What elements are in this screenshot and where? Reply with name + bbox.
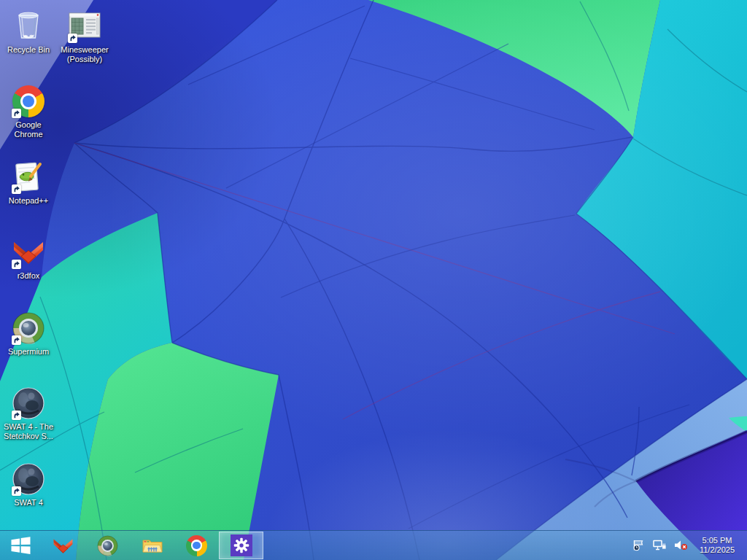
- file-explorer-icon: [141, 535, 164, 556]
- desktop-icon-label: SWAT 4: [14, 498, 43, 508]
- action-center-flag-icon[interactable]: [631, 539, 646, 552]
- desktop-icon-notepad-plus-plus[interactable]: Notepad++: [1, 160, 56, 206]
- taskbar-clock[interactable]: 5:05 PM 11/2/2025: [694, 536, 740, 555]
- swat4-icon: [11, 386, 46, 421]
- supermium-icon: [11, 311, 46, 346]
- clock-date: 11/2/2025: [694, 545, 740, 555]
- system-tray: 5:05 PM 11/2/2025: [631, 531, 747, 560]
- shortcut-arrow-icon: [12, 486, 21, 496]
- desktop-icon-swat4[interactable]: SWAT 4: [1, 462, 56, 508]
- desktop-icon-label: Notepad++: [9, 196, 48, 206]
- desktop-icon-google-chrome[interactable]: Google Chrome: [1, 84, 56, 139]
- windows-logo-icon: [11, 536, 31, 555]
- desktop-icon-swat4-stetchkov[interactable]: SWAT 4 - The Stetchkov S...: [1, 386, 56, 441]
- desktop-icon-label: Google Chrome: [1, 120, 56, 139]
- settings-tile: [231, 534, 252, 556]
- r3dfox-icon: [52, 534, 74, 557]
- wallpaper: [0, 0, 747, 560]
- r3dfox-icon: [11, 235, 46, 270]
- notepad-plus-plus-icon: [11, 160, 46, 195]
- start-button[interactable]: [0, 531, 41, 560]
- desktop-icon-label: Minesweeper (Possibly): [57, 45, 112, 64]
- taskbar-item-chrome[interactable]: [174, 531, 219, 560]
- recycle-bin-icon: [11, 9, 46, 44]
- taskbar-item-r3dfox[interactable]: [41, 531, 85, 560]
- shortcut-arrow-icon: [68, 34, 77, 43]
- desktop-icon-label: r3dfox: [18, 271, 40, 281]
- supermium-icon: [96, 534, 119, 557]
- desktop-icon-label: Supermium: [8, 347, 49, 357]
- taskbar-item-file-explorer[interactable]: [130, 531, 174, 560]
- minesweeper-icon: [67, 9, 102, 44]
- chrome-icon: [11, 84, 46, 119]
- settings-gear-icon: [232, 536, 251, 555]
- desktop-icon-label: Recycle Bin: [7, 45, 50, 55]
- desktop-icon-recycle-bin[interactable]: Recycle Bin: [1, 9, 56, 55]
- shortcut-arrow-icon: [12, 260, 21, 269]
- taskbar-item-supermium[interactable]: [85, 531, 130, 560]
- taskbar: 5:05 PM 11/2/2025: [0, 530, 747, 560]
- desktop-icon-minesweeper[interactable]: Minesweeper (Possibly): [57, 9, 112, 64]
- wallpaper-balloon-image: [0, 0, 747, 560]
- desktop-icon-label: SWAT 4 - The Stetchkov S...: [1, 422, 56, 441]
- swat4-icon: [11, 462, 46, 497]
- shortcut-arrow-icon: [12, 184, 21, 194]
- desktop-icon-r3dfox[interactable]: r3dfox: [1, 235, 56, 281]
- volume-muted-icon[interactable]: [673, 539, 688, 552]
- shortcut-arrow-icon: [12, 411, 21, 420]
- desktop-icon-supermium[interactable]: Supermium: [1, 311, 56, 357]
- shortcut-arrow-icon: [12, 109, 21, 118]
- chrome-icon: [186, 535, 207, 556]
- taskbar-item-settings[interactable]: [219, 532, 263, 559]
- network-icon[interactable]: [652, 539, 667, 552]
- clock-time: 5:05 PM: [694, 536, 740, 545]
- shortcut-arrow-icon: [12, 335, 21, 345]
